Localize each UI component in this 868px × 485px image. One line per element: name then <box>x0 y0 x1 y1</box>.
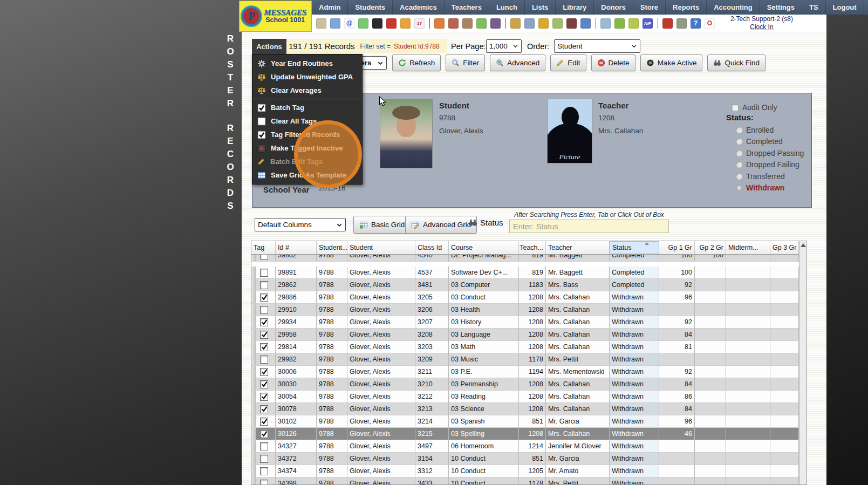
tag-checkbox[interactable] <box>260 343 268 351</box>
row-grip[interactable] <box>251 378 256 390</box>
table-row[interactable]: 299589788Glover, Alexis320803 Language12… <box>251 329 807 341</box>
search-icon[interactable] <box>316 18 326 29</box>
staff-person-icon[interactable] <box>566 18 577 29</box>
grid-scrollbar[interactable] <box>799 241 807 484</box>
print-icon[interactable] <box>676 18 687 29</box>
tag-checkbox[interactable] <box>260 480 268 485</box>
column-header-status[interactable]: Status <box>610 241 659 254</box>
ap-badge-icon[interactable]: A/P <box>643 18 653 29</box>
column-header-course[interactable]: Course <box>449 241 519 254</box>
tag-checkbox[interactable] <box>260 306 268 314</box>
row-grip[interactable] <box>251 391 256 402</box>
table-row[interactable]: 343279788Glover, Alexis349706 Homeroom12… <box>251 440 807 453</box>
nav-item-logout[interactable]: Logout <box>826 0 864 15</box>
delete-button[interactable]: Delete <box>591 54 635 71</box>
gradebook-icon[interactable] <box>600 18 611 29</box>
table-row[interactable]: 343989788Glover, Alexis343310 Conduct117… <box>251 477 807 485</box>
audit-only-checkbox[interactable] <box>732 104 739 111</box>
tag-checkbox[interactable] <box>260 281 268 289</box>
menu-item-clear-averages[interactable]: Clear Averages <box>252 84 362 97</box>
tag-checkbox[interactable] <box>260 455 268 463</box>
phone-icon[interactable] <box>372 18 382 29</box>
per-page-select[interactable]: 1,000 <box>486 39 522 53</box>
tag-checkbox[interactable] <box>260 405 268 413</box>
export-file-icon[interactable] <box>552 18 563 29</box>
column-header-gp-1-gr[interactable]: Gp 1 Gr <box>659 241 695 254</box>
column-header-midterm-[interactable]: Midterm... <box>726 241 770 254</box>
column-header-teacher[interactable]: Teacher <box>546 241 610 254</box>
tag-checkbox[interactable] <box>260 318 268 326</box>
column-header-gp-3-gr[interactable]: Gp 3 Gr <box>770 241 799 254</box>
nav-item-reports[interactable]: Reports <box>666 0 707 15</box>
column-header-student-[interactable]: Student... <box>317 241 347 254</box>
status-radio-dropped-passing[interactable]: Dropped Passing <box>736 147 804 159</box>
refresh-button[interactable]: Refresh <box>392 54 441 71</box>
table-row[interactable]: 298869788Glover, Alexis320503 Conduct120… <box>251 291 807 304</box>
nav-item-settings[interactable]: Settings <box>760 0 802 15</box>
table-row[interactable]: 299109788Glover, Alexis320603 Health1208… <box>251 304 807 316</box>
gold-bell-icon[interactable] <box>538 18 549 29</box>
row-grip[interactable] <box>251 428 256 440</box>
tag-checkbox[interactable] <box>260 430 268 438</box>
row-grip[interactable] <box>251 403 256 415</box>
clock-in-link[interactable]: Clock In <box>750 24 773 31</box>
nav-item-library[interactable]: Library <box>556 0 594 15</box>
row-grip[interactable] <box>251 440 256 452</box>
row-grip[interactable] <box>251 316 256 328</box>
row-grip[interactable] <box>251 304 256 316</box>
menu-item-update-unweighted-gpa[interactable]: Update Unweighted GPA <box>252 70 362 84</box>
calendar-date-icon[interactable]: 17 <box>414 18 425 29</box>
family-group-icon[interactable] <box>490 18 501 29</box>
status-radio-transferred[interactable]: Transferred <box>736 170 804 182</box>
column-header-class-id[interactable]: Class Id <box>415 241 449 254</box>
nav-item-lists[interactable]: Lists <box>525 0 556 15</box>
nav-item-students[interactable]: Students <box>348 0 393 15</box>
status-search-input[interactable] <box>509 220 669 233</box>
row-grip[interactable] <box>251 415 256 427</box>
calendar-grid-icon[interactable] <box>330 18 340 29</box>
table-row[interactable]: 300069788Glover, Alexis321103 P.E.1194Mr… <box>251 366 807 378</box>
power-icon[interactable]: O <box>705 18 715 29</box>
advanced-grid-button[interactable]: Advanced Grid <box>405 216 477 234</box>
tag-checkbox[interactable] <box>260 467 268 475</box>
chat-icon[interactable] <box>358 18 368 29</box>
table-row[interactable]: 343729788Glover, Alexis315410 Conduct851… <box>251 453 807 465</box>
table-row[interactable]: 343749788Glover, Alexis331210 Conduct120… <box>251 465 807 477</box>
order-select[interactable]: Student <box>554 39 640 53</box>
menu-item-batch-tag[interactable]: Batch Tag <box>252 101 362 114</box>
table-row[interactable]: 398629788Glover, Alexis4540DE Project Ma… <box>251 255 807 262</box>
nav-item-teachers[interactable]: Teachers <box>445 0 489 15</box>
tag-checkbox[interactable] <box>260 255 268 259</box>
quick-find-button[interactable]: Quick Find <box>707 54 766 71</box>
row-grip[interactable] <box>251 279 256 291</box>
column-header-teach-[interactable]: Teach... <box>519 241 546 254</box>
tag-checkbox[interactable] <box>260 442 268 450</box>
money-icon[interactable] <box>476 18 487 29</box>
fridge-icon[interactable] <box>524 18 535 29</box>
columns-select[interactable]: Default Columns <box>255 218 346 231</box>
row-grip[interactable] <box>251 255 256 261</box>
nav-item-academics[interactable]: Academics <box>393 0 445 15</box>
tag-checkbox[interactable] <box>260 331 268 339</box>
table-row[interactable]: 300309788Glover, Alexis321003 Penmanship… <box>251 378 807 391</box>
speaker-icon[interactable] <box>386 18 397 29</box>
column-header-gp-2-gr[interactable]: Gp 2 Gr <box>695 241 726 254</box>
lunch-burger-icon[interactable] <box>510 18 521 29</box>
megaphone-icon[interactable] <box>434 18 445 29</box>
table-row[interactable]: 298149788Glover, Alexis320303 Math1208Mr… <box>251 341 807 353</box>
payment-card-icon[interactable] <box>614 18 625 29</box>
column-header-tag[interactable]: Tag <box>251 241 276 254</box>
basic-grid-button[interactable]: Basic Grid <box>353 216 411 234</box>
tag-checkbox[interactable] <box>260 356 268 364</box>
row-grip[interactable] <box>251 366 256 378</box>
row-grip[interactable] <box>251 341 256 353</box>
cash-register-icon[interactable] <box>628 18 639 29</box>
nav-item-accounting[interactable]: Accounting <box>707 0 760 15</box>
email-at-icon[interactable]: @ <box>344 18 354 29</box>
table-row[interactable]: 301029788Glover, Alexis321403 Spanish851… <box>251 415 807 428</box>
status-radio-enrolled[interactable]: Enrolled <box>736 124 804 136</box>
row-grip[interactable] <box>251 329 256 340</box>
table-row[interactable]: 398919788Glover, Alexis4537Software Dev … <box>251 267 807 279</box>
add-nurse-icon[interactable] <box>448 18 459 29</box>
calendar-classes-icon[interactable] <box>400 18 411 29</box>
